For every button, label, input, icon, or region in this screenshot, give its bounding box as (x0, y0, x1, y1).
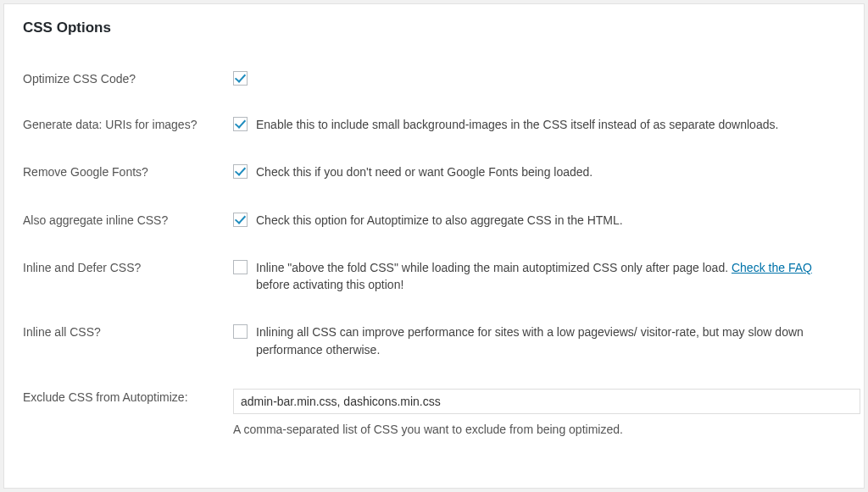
help-exclude-css: A comma-separated list of CSS you want t… (233, 423, 623, 436)
checkbox-inline-all[interactable] (233, 324, 248, 339)
exclude-css-input[interactable] (233, 389, 860, 414)
desc-remove-gfonts: Check this if you don't need or want Goo… (256, 163, 593, 180)
desc-inline-all: Inlining all CSS can improve performance… (256, 323, 845, 358)
label-data-uris: Generate data: URIs for images? (23, 116, 233, 131)
checkbox-optimize-css[interactable] (233, 71, 248, 86)
label-optimize-css: Optimize CSS Code? (23, 70, 233, 86)
label-inline-defer: Inline and Defer CSS? (23, 259, 233, 274)
desc-data-uris: Enable this to include small background-… (256, 116, 778, 133)
checkbox-remove-gfonts[interactable] (233, 164, 248, 179)
row-exclude-css: Exclude CSS from Autoptimize: A comma-se… (23, 373, 845, 451)
row-inline-all: Inline all CSS? Inlining all CSS can imp… (23, 308, 845, 373)
css-options-panel: CSS Options Optimize CSS Code? Generate … (3, 3, 865, 489)
checkbox-data-uris[interactable] (233, 117, 248, 131)
row-inline-defer: Inline and Defer CSS? Inline "above the … (23, 244, 845, 309)
row-aggregate-inline: Also aggregate inline CSS? Check this op… (23, 196, 845, 244)
desc-inline-defer-post: before activating this option! (256, 278, 403, 291)
checkbox-inline-defer[interactable] (233, 260, 248, 274)
label-exclude-css: Exclude CSS from Autoptimize: (23, 389, 233, 404)
label-aggregate-inline: Also aggregate inline CSS? (23, 212, 233, 227)
row-remove-gfonts: Remove Google Fonts? Check this if you d… (23, 148, 845, 196)
checkbox-aggregate-inline[interactable] (233, 213, 248, 227)
desc-inline-defer: Inline "above the fold CSS" while loadin… (256, 259, 845, 294)
label-remove-gfonts: Remove Google Fonts? (23, 163, 233, 179)
label-inline-all: Inline all CSS? (23, 323, 233, 339)
row-data-uris: Generate data: URIs for images? Enable t… (23, 101, 845, 148)
row-optimize-css: Optimize CSS Code? (23, 55, 845, 101)
section-title: CSS Options (23, 19, 845, 36)
desc-aggregate-inline: Check this option for Autoptimize to als… (256, 212, 623, 229)
desc-inline-defer-pre: Inline "above the fold CSS" while loadin… (256, 261, 732, 274)
link-check-faq[interactable]: Check the FAQ (732, 261, 812, 274)
